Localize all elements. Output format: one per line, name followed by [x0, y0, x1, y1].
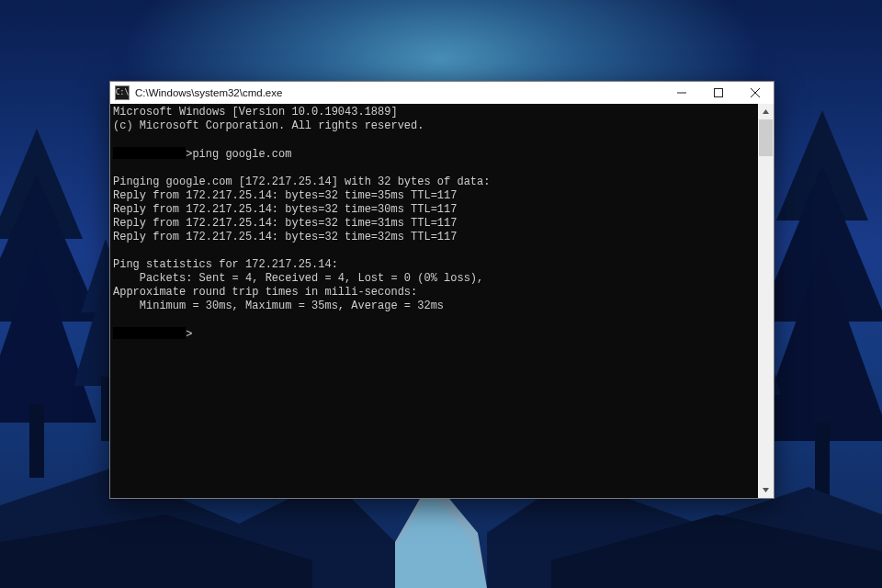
titlebar[interactable]: C:\ C:\Windows\system32\cmd.exe [110, 82, 774, 104]
redacted-path-1 [113, 147, 186, 159]
close-button[interactable] [737, 82, 774, 104]
svg-marker-22 [551, 514, 882, 588]
svg-marker-7 [776, 110, 868, 220]
app-icon-label: C:\ [116, 89, 129, 96]
scroll-up-button[interactable] [758, 104, 774, 119]
reply-4: Reply from 172.217.25.14: bytes=32 time=… [113, 231, 457, 243]
scroll-down-button[interactable] [758, 482, 774, 498]
copyright-line: (c) Microsoft Corporation. All rights re… [113, 119, 424, 132]
prompt-1: >ping google.com [186, 148, 291, 161]
svg-marker-0 [0, 129, 83, 239]
svg-marker-24 [763, 109, 769, 114]
svg-rect-3 [29, 404, 44, 478]
svg-marker-2 [0, 248, 96, 423]
redacted-path-2 [113, 327, 186, 339]
pinging-line: Pinging google.com [172.217.25.14] with … [113, 175, 490, 188]
window-title: C:\Windows\system32\cmd.exe [135, 87, 282, 98]
cmd-window: C:\ C:\Windows\system32\cmd.exe Microsof… [109, 81, 775, 499]
stats-rtt-values: Minimum = 30ms, Maximum = 35ms, Average … [113, 300, 444, 312]
app-icon: C:\ [115, 85, 130, 100]
vertical-scrollbar[interactable] [758, 104, 774, 498]
svg-marker-21 [0, 514, 312, 588]
svg-marker-19 [395, 491, 487, 588]
stats-packets: Packets: Sent = 4, Received = 4, Lost = … [113, 272, 483, 285]
stats-rtt-header: Approximate round trip times in milli-se… [113, 286, 417, 299]
reply-2: Reply from 172.217.25.14: bytes=32 time=… [113, 203, 457, 216]
svg-rect-10 [815, 423, 830, 496]
scrollbar-thumb[interactable] [759, 119, 773, 156]
svg-marker-8 [758, 165, 882, 322]
maximize-button[interactable] [700, 82, 737, 104]
reply-1: Reply from 172.217.25.14: bytes=32 time=… [113, 189, 457, 202]
svg-marker-1 [0, 175, 101, 322]
terminal-output[interactable]: Microsoft Windows [Version 10.0.19043.18… [110, 104, 758, 498]
minimize-button[interactable] [663, 82, 700, 104]
reply-3: Reply from 172.217.25.14: bytes=32 time=… [113, 217, 457, 230]
version-line: Microsoft Windows [Version 10.0.19043.18… [113, 106, 398, 119]
client-area: Microsoft Windows [Version 10.0.19043.18… [110, 104, 774, 498]
prompt-2: > [186, 328, 192, 341]
svg-marker-25 [763, 488, 769, 492]
stats-header: Ping statistics for 172.217.25.14: [113, 258, 338, 271]
svg-rect-23 [715, 89, 723, 97]
